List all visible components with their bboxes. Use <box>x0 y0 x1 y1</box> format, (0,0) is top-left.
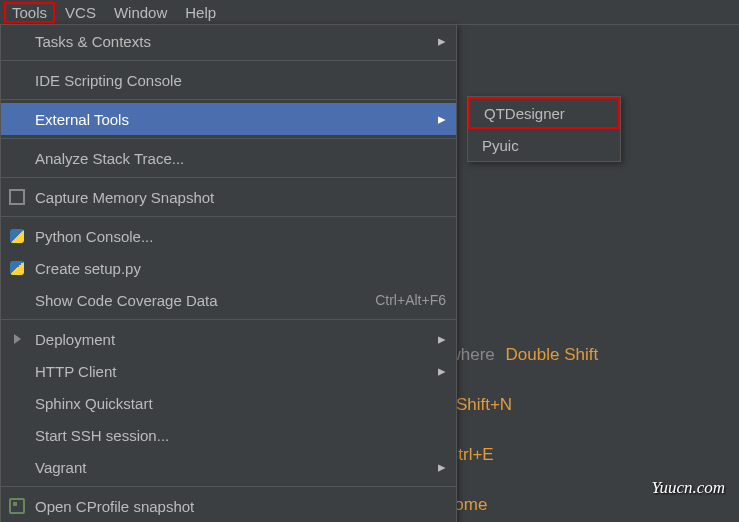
submenu-arrow-icon: ▸ <box>432 330 446 348</box>
menu-item-vagrant[interactable]: Vagrant ▸ <box>1 451 456 483</box>
submenu-item-qtdesigner[interactable]: QTDesigner <box>468 97 620 129</box>
menubar: Tools VCS Window Help <box>0 0 739 25</box>
separator <box>1 138 456 139</box>
menu-item-external-tools[interactable]: External Tools ▸ <box>1 103 456 135</box>
tools-dropdown: Tasks & Contexts ▸ IDE Scripting Console… <box>0 24 457 522</box>
menu-item-sphinx[interactable]: Sphinx Quickstart <box>1 387 456 419</box>
submenu-item-pyuic[interactable]: Pyuic <box>468 129 620 161</box>
menu-item-deployment[interactable]: Deployment ▸ <box>1 323 456 355</box>
menu-window[interactable]: Window <box>106 3 175 22</box>
separator <box>1 486 456 487</box>
submenu-arrow-icon: ▸ <box>432 362 446 380</box>
menu-vcs[interactable]: VCS <box>57 3 104 22</box>
menu-item-open-cprofile[interactable]: Open CProfile snapshot <box>1 490 456 522</box>
profile-icon <box>9 498 25 514</box>
watermark: Yuucn.com <box>651 478 725 498</box>
separator <box>1 319 456 320</box>
menu-item-start-ssh[interactable]: Start SSH session... <box>1 419 456 451</box>
submenu-arrow-icon: ▸ <box>432 32 446 50</box>
menu-item-python-console[interactable]: Python Console... <box>1 220 456 252</box>
menu-item-ide-scripting[interactable]: IDE Scripting Console <box>1 64 456 96</box>
menu-item-capture-snapshot[interactable]: Capture Memory Snapshot <box>1 181 456 213</box>
separator <box>1 216 456 217</box>
separator <box>1 60 456 61</box>
menu-item-http-client[interactable]: HTTP Client ▸ <box>1 355 456 387</box>
submenu-arrow-icon: ▸ <box>432 110 446 128</box>
separator <box>1 177 456 178</box>
external-tools-submenu: QTDesigner Pyuic <box>467 96 621 162</box>
menu-help[interactable]: Help <box>177 3 224 22</box>
menu-item-create-setup[interactable]: Create setup.py <box>1 252 456 284</box>
python-icon <box>10 229 24 243</box>
menu-item-show-coverage[interactable]: Show Code Coverage Data Ctrl+Alt+F6 <box>1 284 456 316</box>
menu-item-analyze-stack[interactable]: Analyze Stack Trace... <box>1 142 456 174</box>
python-icon <box>10 261 24 275</box>
menu-tools[interactable]: Tools <box>4 2 55 23</box>
deploy-icon <box>14 334 21 344</box>
hint-search-everywhere-shortcut: Double Shift <box>506 345 599 364</box>
menu-item-tasks-contexts[interactable]: Tasks & Contexts ▸ <box>1 25 456 57</box>
shortcut-label: Ctrl+Alt+F6 <box>375 292 446 308</box>
submenu-arrow-icon: ▸ <box>432 458 446 476</box>
snapshot-icon <box>9 189 25 205</box>
separator <box>1 99 456 100</box>
